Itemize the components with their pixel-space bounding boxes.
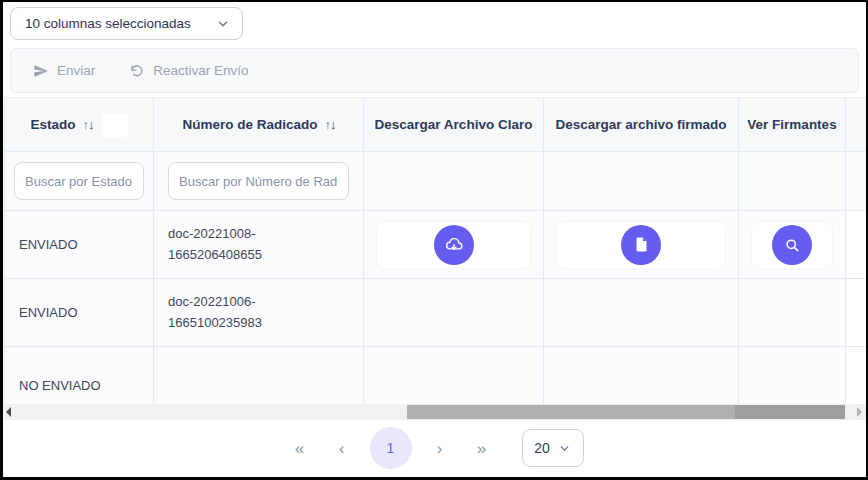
estado-value: ENVIADO <box>5 211 154 279</box>
file-document-icon <box>633 236 650 253</box>
table-row: ENVIADO doc-20221006-1665100235983 <box>5 279 866 347</box>
radicado-value: doc-20221008-1665206408655 <box>154 211 364 279</box>
header-descargar-claro: Descargar Archivo Claro <box>364 98 544 152</box>
filter-cell-estado <box>5 152 154 211</box>
overflow-cell <box>846 347 866 404</box>
estado-value: NO ENVIADO <box>5 347 154 404</box>
action-chip <box>377 222 530 268</box>
header-ver-firmantes: Ver Firmantes <box>739 98 846 152</box>
action-chip <box>752 222 832 268</box>
table-row: ENVIADO doc-20221008-1665206408655 <box>5 211 866 279</box>
descargar-claro-cell <box>364 347 544 404</box>
last-page-button[interactable]: » <box>468 434 496 462</box>
chevron-down-icon <box>216 17 230 31</box>
ver-firmantes-cell <box>739 211 846 279</box>
app-window: 10 columnas seleccionadas Enviar Reactiv… <box>0 0 868 480</box>
overflow-cell <box>846 211 866 279</box>
scroll-left-arrow-icon[interactable] <box>6 407 11 417</box>
previous-page-button[interactable]: ‹ <box>328 434 356 462</box>
chevron-down-icon <box>558 442 571 455</box>
filter-cell-empty <box>544 152 739 211</box>
descargar-firmado-cell <box>544 279 739 347</box>
page-size-select[interactable]: 20 <box>522 429 584 467</box>
overflow-cell <box>846 279 866 347</box>
estado-search-input[interactable] <box>14 162 144 200</box>
redo-icon <box>129 63 145 79</box>
header-radicado[interactable]: Número de Radicado ↑↓ <box>154 98 364 152</box>
header-radicado-label: Número de Radicado <box>182 117 317 132</box>
header-descargar-claro-label: Descargar Archivo Claro <box>375 117 533 132</box>
page-size-value: 20 <box>534 440 550 456</box>
view-signers-button[interactable] <box>772 225 812 265</box>
header-overflow <box>846 98 866 152</box>
header-descargar-firmado-label: Descargar archivo firmado <box>555 117 726 132</box>
download-signed-file-button[interactable] <box>621 225 661 265</box>
actions-toolbar: Enviar Reactivar Envío <box>10 48 859 93</box>
header-ver-firmantes-label: Ver Firmantes <box>747 117 836 132</box>
resend-button[interactable]: Reactivar Envío <box>129 63 248 79</box>
columns-select-dropdown[interactable]: 10 columnas seleccionadas <box>10 7 243 40</box>
columns-select-label: 10 columnas seleccionadas <box>25 16 191 31</box>
header-descargar-firmado: Descargar archivo firmado <box>544 98 739 152</box>
radicado-value <box>154 347 364 404</box>
cloud-download-icon <box>444 235 464 255</box>
table-filter-row <box>5 152 866 211</box>
header-estado-label: Estado <box>30 117 75 132</box>
paginator: « ‹ 1 › » 20 <box>3 422 866 474</box>
resend-button-label: Reactivar Envío <box>153 63 248 78</box>
action-chip <box>557 222 725 268</box>
header-filter-box <box>102 113 128 137</box>
search-icon <box>783 236 801 254</box>
scroll-right-arrow-icon[interactable] <box>857 407 862 417</box>
table-viewport: Estado ↑↓ Número de Radicado ↑↓ Descarga… <box>3 97 866 404</box>
radicado-value: doc-20221006-1665100235983 <box>154 279 364 347</box>
download-clear-file-button[interactable] <box>434 225 474 265</box>
filter-cell-empty <box>364 152 544 211</box>
filter-cell-empty <box>739 152 846 211</box>
estado-value: ENVIADO <box>5 279 154 347</box>
table-row: NO ENVIADO <box>5 347 866 404</box>
descargar-claro-cell <box>364 279 544 347</box>
filter-cell-empty <box>846 152 866 211</box>
sort-icon[interactable]: ↑↓ <box>83 117 93 132</box>
sort-icon[interactable]: ↑↓ <box>325 117 335 132</box>
ver-firmantes-cell <box>739 347 846 404</box>
scrollbar-thumb[interactable] <box>407 405 845 419</box>
page-number-button[interactable]: 1 <box>370 427 412 469</box>
next-page-button[interactable]: › <box>426 434 454 462</box>
descargar-claro-cell <box>364 211 544 279</box>
send-icon <box>33 63 49 79</box>
ver-firmantes-cell <box>739 279 846 347</box>
horizontal-scrollbar[interactable] <box>3 404 866 420</box>
header-estado[interactable]: Estado ↑↓ <box>5 98 154 152</box>
send-button-label: Enviar <box>57 63 95 78</box>
descargar-firmado-cell <box>544 347 739 404</box>
send-button[interactable]: Enviar <box>33 63 95 79</box>
filter-cell-radicado <box>154 152 364 211</box>
descargar-firmado-cell <box>544 211 739 279</box>
radicado-search-input[interactable] <box>168 162 349 200</box>
table-header-row: Estado ↑↓ Número de Radicado ↑↓ Descarga… <box>5 98 866 152</box>
first-page-button[interactable]: « <box>286 434 314 462</box>
documents-table: Estado ↑↓ Número de Radicado ↑↓ Descarga… <box>4 97 866 404</box>
